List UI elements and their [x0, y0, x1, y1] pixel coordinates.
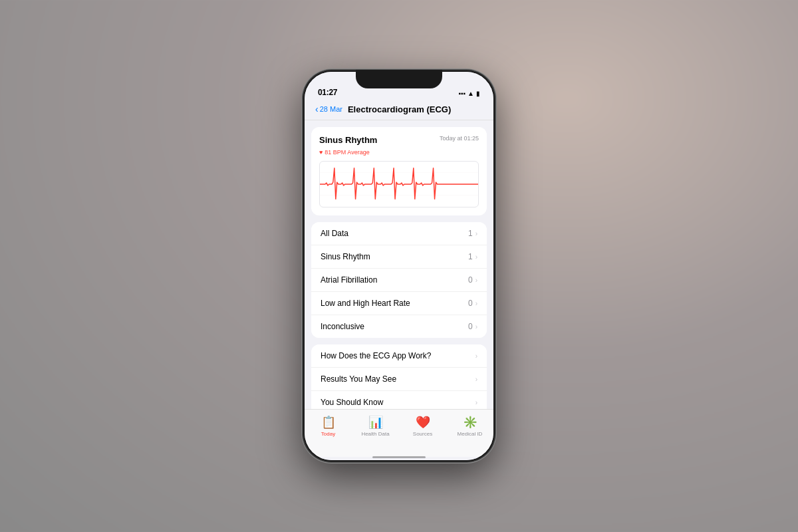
list-right: ›: [475, 352, 477, 360]
medical-id-icon: ✳️: [463, 415, 477, 430]
ecg-bpm-row: ♥ 81 BPM Average: [319, 149, 479, 156]
list-item-results[interactable]: Results You May See ›: [311, 368, 487, 391]
chevron-right-icon: ›: [475, 300, 477, 307]
ecg-waveform: [320, 162, 478, 207]
chevron-right-icon: ›: [475, 230, 477, 237]
nav-title: Electrocardiogram (ECG): [348, 104, 451, 114]
list-right: 0 ›: [468, 299, 477, 308]
status-icons: ▪▪▪ ▲ ▮: [458, 90, 480, 97]
list-right: ›: [475, 399, 477, 406]
nav-bar: ‹ 28 Mar Electrocardiogram (ECG): [305, 100, 493, 120]
chevron-right-icon: ›: [475, 253, 477, 261]
list-label: All Data: [321, 229, 348, 238]
phone-device: 01:27 ▪▪▪ ▲ ▮ ‹ 28 Mar Electrocardiogram…: [303, 70, 495, 462]
chevron-right-icon: ›: [475, 323, 477, 331]
heart-icon: ♥: [319, 149, 323, 156]
chevron-left-icon: ‹: [315, 104, 319, 114]
data-list-section: All Data 1 › Sinus Rhythm 1 ›: [311, 222, 487, 338]
sources-icon: ❤️: [416, 415, 430, 430]
list-label: Sinus Rhythm: [321, 252, 370, 261]
chevron-right-icon: ›: [475, 352, 477, 360]
bpm-text: 81 BPM Average: [325, 149, 369, 156]
content-area[interactable]: Sinus Rhythm Today at 01:25 ♥ 81 BPM Ave…: [305, 120, 493, 409]
info-list-section: How Does the ECG App Work? › Results You…: [311, 344, 487, 409]
health-data-icon: 📊: [368, 415, 383, 430]
home-indicator: [305, 457, 493, 460]
today-icon: 📋: [321, 415, 336, 430]
ecg-result-title: Sinus Rhythm: [319, 135, 377, 145]
list-item-you-should-know[interactable]: You Should Know ›: [311, 391, 487, 409]
tab-sources[interactable]: ❤️ Sources: [399, 415, 446, 437]
list-item-afib[interactable]: Atrial Fibrillation 0 ›: [311, 269, 487, 292]
wifi-icon: ▲: [467, 90, 474, 97]
list-item-inconclusive[interactable]: Inconclusive 0 ›: [311, 315, 487, 338]
tab-bar: 📋 Today 📊 Health Data ❤️ Sources ✳️ Medi…: [305, 409, 493, 457]
ecg-card-header: Sinus Rhythm Today at 01:25: [319, 135, 479, 145]
list-item-all-data[interactable]: All Data 1 ›: [311, 222, 487, 245]
chevron-right-icon: ›: [475, 376, 477, 383]
list-label: Inconclusive: [321, 322, 364, 331]
list-right: 0 ›: [468, 322, 477, 331]
battery-icon: ▮: [476, 90, 480, 97]
ecg-date: Today at 01:25: [440, 135, 479, 142]
list-right: 0 ›: [468, 275, 477, 285]
list-item-sinus-rhythm[interactable]: Sinus Rhythm 1 ›: [311, 245, 487, 269]
tab-sources-label: Sources: [413, 431, 432, 437]
tab-today-label: Today: [321, 431, 335, 437]
list-label: Low and High Heart Rate: [321, 299, 410, 308]
list-count: 1: [468, 252, 473, 261]
list-count: 1: [468, 229, 473, 238]
phone-notch: [356, 70, 442, 88]
home-bar: [372, 456, 426, 458]
tab-medical-id[interactable]: ✳️ Medical ID: [446, 415, 493, 437]
list-right: ›: [475, 376, 477, 383]
signal-icon: ▪▪▪: [458, 90, 466, 97]
list-item-how-ecg[interactable]: How Does the ECG App Work? ›: [311, 344, 487, 368]
list-count: 0: [468, 299, 473, 308]
chevron-right-icon: ›: [475, 277, 477, 284]
list-count: 0: [468, 322, 473, 331]
tab-health-data[interactable]: 📊 Health Data: [352, 415, 399, 437]
list-label: How Does the ECG App Work?: [321, 351, 432, 360]
tab-today[interactable]: 📋 Today: [305, 415, 352, 437]
list-label: Atrial Fibrillation: [321, 275, 377, 285]
list-item-heart-rate[interactable]: Low and High Heart Rate 0 ›: [311, 292, 487, 315]
list-label: Results You May See: [321, 374, 396, 384]
back-button[interactable]: ‹ 28 Mar: [315, 104, 342, 114]
ecg-chart: [319, 161, 479, 207]
tab-health-data-label: Health Data: [361, 431, 389, 437]
ecg-card: Sinus Rhythm Today at 01:25 ♥ 81 BPM Ave…: [311, 127, 487, 215]
status-time: 01:27: [318, 88, 337, 97]
chevron-right-icon: ›: [475, 399, 477, 406]
back-label: 28 Mar: [320, 105, 342, 113]
list-right: 1 ›: [468, 229, 477, 238]
list-count: 0: [468, 275, 473, 285]
phone-screen: 01:27 ▪▪▪ ▲ ▮ ‹ 28 Mar Electrocardiogram…: [305, 72, 493, 460]
list-label: You Should Know: [321, 398, 383, 407]
list-right: 1 ›: [468, 252, 477, 261]
tab-medical-id-label: Medical ID: [458, 431, 483, 437]
phone-wrapper: 01:27 ▪▪▪ ▲ ▮ ‹ 28 Mar Electrocardiogram…: [303, 70, 495, 462]
